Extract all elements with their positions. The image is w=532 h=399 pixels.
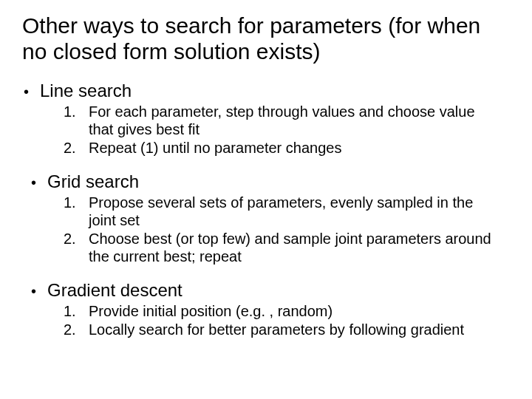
section-items: 1. Propose several sets of parameters, e… <box>64 194 510 265</box>
list-item: 1. Propose several sets of parameters, e… <box>64 194 510 229</box>
list-item: 2. Choose best (or top few) and sample j… <box>64 230 510 265</box>
item-number: 1. <box>64 303 89 320</box>
slide-title: Other ways to search for parameters (for… <box>22 13 510 64</box>
item-number: 2. <box>64 321 89 338</box>
item-text: Provide initial position (e.g. , random) <box>89 302 340 320</box>
item-text: Propose several sets of parameters, even… <box>89 194 510 229</box>
bullet-icon: • <box>30 283 47 300</box>
section-label: Line search <box>40 81 132 101</box>
item-text: Choose best (or top few) and sample join… <box>89 230 510 265</box>
bullet-icon: • <box>30 174 47 191</box>
list-item: 1. For each parameter, step through valu… <box>64 103 510 138</box>
item-number: 1. <box>64 194 89 211</box>
section-items: 1. For each parameter, step through valu… <box>64 103 510 157</box>
item-number: 2. <box>64 140 89 157</box>
section-line-search: • Line search <box>22 81 510 101</box>
list-item: 2. Locally search for better parameters … <box>64 321 510 338</box>
section-items: 1. Provide initial position (e.g. , rand… <box>64 302 510 338</box>
item-text: For each parameter, step through values … <box>89 103 510 138</box>
list-item: 1. Provide initial position (e.g. , rand… <box>64 302 510 320</box>
item-number: 2. <box>64 231 89 248</box>
section-gradient-descent: • Gradient descent <box>30 280 510 301</box>
item-text: Repeat (1) until no parameter changes <box>89 139 349 157</box>
section-label: Gradient descent <box>47 280 183 301</box>
list-item: 2. Repeat (1) until no parameter changes <box>64 139 510 157</box>
section-grid-search: • Grid search <box>30 171 510 192</box>
item-text: Locally search for better parameters by … <box>89 321 471 338</box>
section-label: Grid search <box>47 171 139 192</box>
item-number: 1. <box>64 103 89 120</box>
slide: Other ways to search for parameters (for… <box>0 0 532 338</box>
bullet-icon: • <box>22 83 40 100</box>
